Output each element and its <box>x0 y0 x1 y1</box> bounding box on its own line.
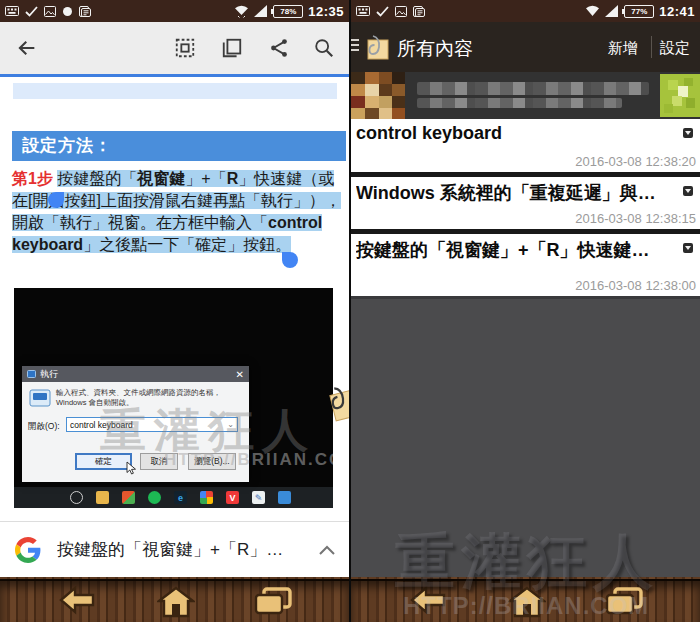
clock: 12:41 <box>659 4 695 19</box>
step-label: 第1步 <box>12 170 53 187</box>
actionbar-divider <box>651 36 652 58</box>
battery-level: 78% <box>280 7 296 16</box>
search-icon[interactable] <box>313 37 335 59</box>
ad-banner[interactable] <box>351 72 700 119</box>
keyboard-icon <box>5 5 19 17</box>
ad-green-mosaic <box>660 74 700 117</box>
taskbar-icon: ✎ <box>252 491 265 504</box>
nav-back-icon[interactable] <box>408 586 450 616</box>
close-icon[interactable]: ✕ <box>236 369 244 380</box>
taskbar-icon <box>122 491 135 504</box>
article-content: 設定方法： 第1步 按鍵盤的「視窗鍵」+「R」快速鍵（或在[開始按鈕]上面按滑鼠… <box>0 77 349 521</box>
chevron-up-icon[interactable] <box>319 545 335 555</box>
taskbar-icon <box>200 491 213 504</box>
suggestion-text: 按鍵盤的「視窗鍵」+「R」… <box>57 538 283 561</box>
dot-notification-icon <box>62 6 73 17</box>
ad-blurred-text <box>417 98 622 108</box>
back-icon[interactable] <box>16 37 38 59</box>
navigation-bar <box>351 577 700 622</box>
check-icon <box>376 6 389 17</box>
settings-button[interactable]: 設定 <box>660 39 690 58</box>
battery-icon: 77% <box>624 5 654 18</box>
image-icon <box>395 6 407 17</box>
add-button[interactable]: 新增 <box>608 39 638 58</box>
ad-photo-mosaic <box>351 72 405 119</box>
run-input[interactable]: control keyboard⌄ <box>66 417 238 432</box>
taskbar-icon: V <box>226 491 239 504</box>
note-timestamp: 2016-03-08 12:38:20 <box>575 154 696 169</box>
windows-taskbar: e V ✎ <box>14 487 333 508</box>
note-flag-icon <box>683 243 693 253</box>
ad-blurred-text <box>417 82 649 95</box>
nav-recents-icon[interactable] <box>603 586 645 616</box>
check-icon <box>25 6 38 17</box>
nav-recents-icon[interactable] <box>252 586 294 616</box>
selection-handle-right[interactable] <box>282 252 298 268</box>
page-title: 所有內容 <box>397 36 473 62</box>
run-dialog: 執行 ✕ 輸入程式、資料夾、文件或網際網路資源的名稱，Windows 會自動開啟… <box>22 366 249 482</box>
clock: 12:35 <box>308 4 344 19</box>
run-icon <box>27 370 36 378</box>
floating-note-widget[interactable] <box>329 383 349 431</box>
select-area-icon[interactable] <box>174 37 196 59</box>
article-screenshot: 重灌狂人 HTTP://BRIIAN.COM 執行 ✕ 輸入程式、資料夾、文件或… <box>14 288 333 508</box>
tabs-icon[interactable] <box>221 37 243 59</box>
menu-icon[interactable] <box>351 39 359 54</box>
app-action-bar: 所有內容 新增 設定 <box>351 22 700 72</box>
run-dialog-description: 輸入程式、資料夾、文件或網際網路資源的名稱，Windows 會自動開啟。 <box>56 388 236 407</box>
mouse-cursor <box>126 461 137 475</box>
notes-app-icon <box>413 6 425 17</box>
taskbar-icon <box>278 491 291 504</box>
article-paragraph: 第1步 按鍵盤的「視窗鍵」+「R」快速鍵（或在[開始按鈕]上面按滑鼠右鍵再點「執… <box>12 168 342 256</box>
status-bar: 77% 12:41 <box>351 0 700 22</box>
navigation-bar <box>0 577 349 622</box>
nav-back-icon[interactable] <box>57 586 99 616</box>
ok-button[interactable]: 確定 <box>75 453 132 470</box>
wifi-icon <box>234 5 249 18</box>
open-label: 開啟(O): <box>28 421 60 433</box>
taskbar-icon <box>96 491 109 504</box>
note-timestamp: 2016-03-08 12:38:00 <box>575 278 696 293</box>
signal-icon <box>605 5 619 17</box>
list-item[interactable]: 按鍵盤的「視窗鍵」+「R」快速鍵… 2016-03-08 12:38:00 <box>351 234 700 296</box>
left-screenshot: 78% 12:35 設定方法： 第1步 按鍵盤的「視窗鍵」+「R」快速鍵（或在[… <box>0 0 349 622</box>
section-heading: 設定方法： <box>12 131 346 161</box>
battery-icon: 78% <box>273 5 303 18</box>
note-title: Windows 系統裡的「重複延遲」與… <box>356 181 681 205</box>
google-logo-icon <box>15 537 41 563</box>
list-item[interactable]: Windows 系統裡的「重複延遲」與… 2016-03-08 12:38:15 <box>351 177 700 229</box>
note-flag-icon <box>683 128 693 138</box>
run-dialog-title: 執行 <box>40 368 58 381</box>
empty-list-area <box>351 296 700 577</box>
status-bar: 78% 12:35 <box>0 0 349 22</box>
share-icon[interactable] <box>268 37 290 59</box>
image-icon <box>44 6 56 17</box>
note-timestamp: 2016-03-08 12:38:15 <box>575 211 696 226</box>
browser-toolbar <box>0 22 349 74</box>
cancel-button[interactable]: 取消 <box>140 453 178 470</box>
taskbar-icon <box>70 491 83 504</box>
text-selection-block <box>13 83 337 99</box>
note-title: control keyboard <box>356 123 681 144</box>
selected-text: 按鍵盤的「視窗鍵」+「R」快速鍵（或在[開始按鈕]上面按滑鼠右鍵再點「執行」），… <box>12 170 341 253</box>
run-dialog-icon <box>29 389 51 407</box>
progress-line <box>0 74 349 77</box>
keyboard-icon <box>356 5 370 17</box>
signal-icon <box>254 5 268 17</box>
note-flag-icon <box>683 186 693 196</box>
selection-handle-left[interactable] <box>48 192 64 208</box>
browse-button[interactable]: 瀏覽(B)... <box>188 453 236 470</box>
battery-level: 77% <box>631 7 647 16</box>
wifi-icon <box>585 5 600 18</box>
taskbar-icon <box>148 491 161 504</box>
combo-chevron-icon[interactable]: ⌄ <box>227 420 234 429</box>
nav-home-icon[interactable] <box>157 586 195 618</box>
taskbar-icon: e <box>174 491 187 504</box>
notes-app-icon <box>79 6 91 17</box>
nav-home-icon[interactable] <box>508 586 546 618</box>
right-screenshot: 77% 12:41 所有內容 新增 設定 control keyboard <box>351 0 700 622</box>
app-note-icon <box>364 34 391 61</box>
google-bottom-sheet[interactable]: 按鍵盤的「視窗鍵」+「R」… <box>0 521 349 577</box>
run-dialog-titlebar: 執行 ✕ <box>22 366 249 382</box>
list-item[interactable]: control keyboard 2016-03-08 12:38:20 <box>351 119 700 172</box>
